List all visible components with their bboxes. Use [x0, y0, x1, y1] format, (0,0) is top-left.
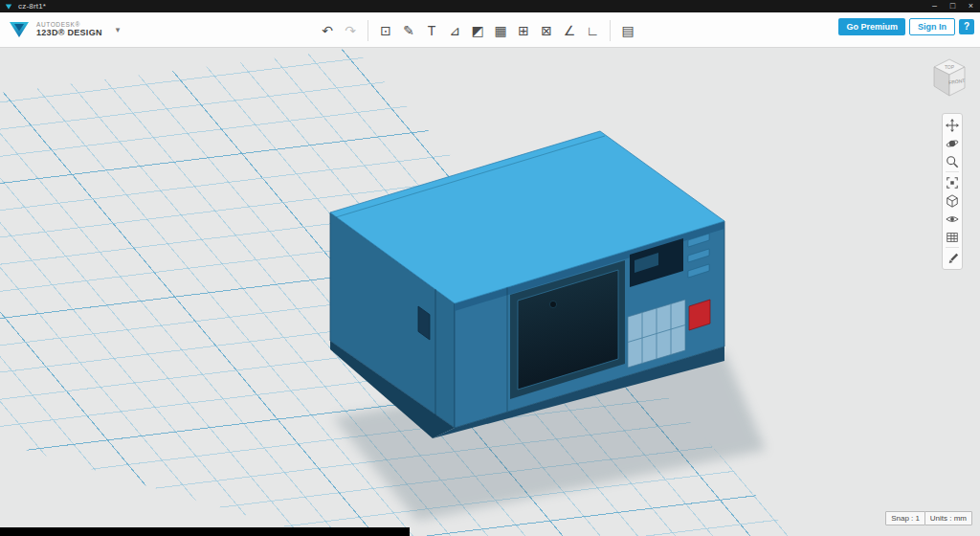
zoom-fit-button[interactable]	[943, 173, 962, 191]
maximize-button[interactable]: □	[944, 0, 962, 12]
app-icon	[5, 3, 12, 11]
shading-button[interactable]	[943, 191, 962, 210]
window-title: cz-8rt1*	[18, 2, 46, 11]
measure-icon[interactable]: ∟	[581, 20, 604, 41]
eye-icon	[946, 212, 959, 226]
fit-icon	[946, 176, 959, 190]
main-toolbar: AUTODESK® 123D® DESIGN ▾ ↶ ↷ ⊡ ✎ T ⊿ ◩ ▦…	[0, 12, 980, 48]
layout-grid-icon	[946, 231, 959, 244]
zoom-icon	[946, 155, 959, 168]
brand-text: AUTODESK® 123D® DESIGN	[36, 22, 102, 37]
material-icon[interactable]: ▤	[616, 20, 639, 41]
sign-in-button[interactable]: Sign In	[909, 18, 955, 35]
close-button[interactable]: ×	[962, 0, 980, 12]
viewport-3d-canvas[interactable]: TOP FRONT	[0, 48, 980, 536]
snap-setting[interactable]: Snap : 1	[885, 511, 925, 525]
window-titlebar: cz-8rt1* – □ ×	[0, 0, 980, 12]
go-premium-button[interactable]: Go Premium	[838, 18, 905, 35]
primitives-icon[interactable]: ⊡	[374, 20, 397, 41]
123d-logo-icon	[8, 18, 31, 41]
orbit-button[interactable]	[943, 134, 962, 152]
toolbar-separator	[610, 20, 611, 41]
app-menu[interactable]: AUTODESK® 123D® DESIGN ▾	[8, 18, 120, 41]
grouping-icon[interactable]: ⊞	[512, 20, 535, 41]
sketch-icon[interactable]: ✎	[397, 20, 420, 41]
orbit-icon	[946, 137, 959, 150]
combine-icon[interactable]: ⊠	[535, 20, 558, 41]
visibility-button[interactable]	[943, 210, 962, 228]
3d-scene	[0, 48, 980, 536]
minimize-button[interactable]: –	[925, 0, 944, 12]
pattern-icon[interactable]: ▦	[489, 20, 512, 41]
bottom-black-strip	[0, 527, 410, 536]
text-icon[interactable]: T	[420, 20, 443, 41]
undo-icon[interactable]: ↶	[316, 20, 339, 41]
navigation-rail	[942, 113, 963, 270]
layout-grid-button[interactable]	[943, 228, 962, 246]
pan-button[interactable]	[943, 116, 962, 134]
zoom-button[interactable]	[943, 152, 962, 170]
view-cube-top-label: TOP	[945, 64, 955, 70]
toolbar-account-area: Go Premium Sign In ?	[838, 18, 974, 35]
toolbar-tools: ↶ ↷ ⊡ ✎ T ⊿ ◩ ▦ ⊞ ⊠ ∠ ∟ ▤	[316, 12, 639, 48]
view-cube[interactable]: TOP FRONT	[926, 54, 970, 100]
help-button[interactable]: ?	[959, 19, 974, 34]
model-door-knob[interactable]	[549, 301, 556, 307]
material-paint-button[interactable]	[943, 249, 962, 267]
brand-line2: 123D® DESIGN	[36, 29, 102, 37]
paintbrush-icon	[946, 252, 959, 265]
pan-icon	[946, 119, 959, 132]
shading-cube-icon	[946, 194, 959, 208]
navrail-separator	[946, 247, 959, 248]
modify-icon[interactable]: ◩	[466, 20, 489, 41]
units-setting[interactable]: Units : mm	[924, 511, 972, 525]
construct-icon[interactable]: ⊿	[443, 20, 466, 41]
snap-icon[interactable]: ∠	[558, 20, 581, 41]
navrail-separator	[946, 171, 959, 172]
toolbar-separator	[368, 20, 368, 41]
chevron-down-icon[interactable]: ▾	[116, 25, 121, 34]
redo-icon[interactable]: ↷	[339, 20, 362, 41]
